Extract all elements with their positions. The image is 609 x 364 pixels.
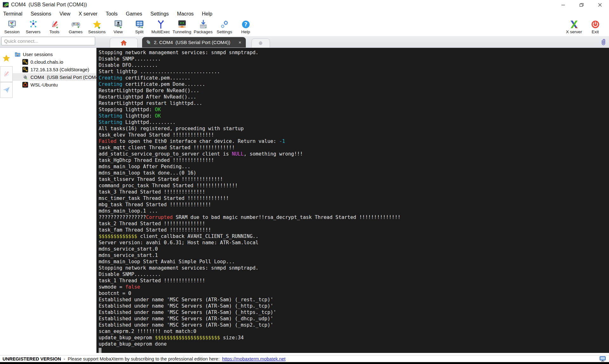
menu-settings[interactable]: Settings <box>150 11 169 17</box>
ssh-key-icon <box>22 59 28 65</box>
games-icon <box>71 20 81 29</box>
mobatek-link[interactable]: https://mobaxterm.mobatek.net <box>222 356 285 361</box>
toolbar-label: Exit <box>592 29 599 34</box>
menu-terminal[interactable]: Terminal <box>3 11 22 17</box>
tab-close-icon[interactable]: × <box>239 40 241 45</box>
terminal[interactable]: Stopping network management services: sn… <box>96 48 609 353</box>
bottom-strip <box>0 362 609 364</box>
view-button[interactable]: View <box>108 19 129 34</box>
session-item-com4[interactable]: COM4 (USB Serial Port (COM4)) <box>13 73 102 81</box>
close-button[interactable] <box>591 0 609 10</box>
menu-bar: Terminal Sessions View X server Tools Ga… <box>0 10 609 18</box>
serial-plug-icon <box>146 40 151 45</box>
title-bar: COM4 (USB Serial Port (COM4)) <box>0 0 609 10</box>
session-item-label: 172.16.13.53 (ColdStorage) <box>30 67 89 72</box>
toolbar: Session Servers <box>0 18 609 36</box>
menu-games[interactable]: Games <box>126 11 142 17</box>
session-item-label: COM4 (USB Serial Port (COM4)) <box>30 74 102 80</box>
shared-sessions-button[interactable] <box>0 82 13 98</box>
multiexec-button[interactable]: MultiExec <box>150 19 171 34</box>
sidebar-icon-strip <box>0 48 13 353</box>
help-icon: ? <box>241 20 251 29</box>
menu-macros[interactable]: Macros <box>177 11 193 17</box>
home-icon <box>121 40 127 46</box>
settings-button[interactable]: Settings <box>214 19 235 34</box>
toolbar-label: Tools <box>49 29 60 34</box>
new-tab-button[interactable]: ⊕ <box>252 38 270 48</box>
session-item-label: 0.cloud.chals.io <box>30 59 63 65</box>
sessions-star-icon <box>92 20 102 29</box>
quick-connect-input[interactable] <box>1 37 95 45</box>
multiexec-icon <box>156 20 166 29</box>
menu-sessions[interactable]: Sessions <box>30 11 51 17</box>
servers-icon <box>29 20 38 29</box>
settings-icon <box>220 20 229 29</box>
menu-xserver[interactable]: X server <box>79 11 98 17</box>
user-sessions-folder-icon <box>15 51 21 57</box>
serial-plug-icon <box>22 74 28 80</box>
ssh-key-icon <box>22 67 28 73</box>
macros-tools-button[interactable] <box>0 66 13 82</box>
sessions-sidebar: User sessions 0.cloud.chals.io <box>0 48 96 353</box>
new-tab-icon: ⊕ <box>259 40 263 46</box>
session-item-wsl-ubuntu[interactable]: WSL-Ubuntu <box>13 81 102 88</box>
attachments-paperclip-icon[interactable] <box>600 38 606 46</box>
sessions-button[interactable]: Sessions <box>86 19 108 34</box>
status-bar: UNREGISTERED VERSION - Please support Mo… <box>0 355 609 362</box>
ubuntu-icon <box>22 82 28 88</box>
tree-root-label: User sessions <box>23 52 53 57</box>
servers-button[interactable]: Servers <box>23 19 44 34</box>
exit-button[interactable]: Exit <box>585 19 606 34</box>
split-button[interactable]: Split <box>129 19 150 34</box>
tab-label: 2. COM4 (USB Serial Port (COM4)) <box>154 40 230 45</box>
tunneling-button[interactable]: Tunneling <box>171 19 193 34</box>
toolbar-label: Games <box>69 29 83 34</box>
session-item-cloud-chals[interactable]: 0.cloud.chals.io <box>13 58 102 66</box>
menu-tools[interactable]: Tools <box>106 11 117 17</box>
mobaxterm-window: COM4 (USB Serial Port (COM4)) Terminal S… <box>0 0 609 364</box>
mobaxterm-logo-icon <box>3 2 9 8</box>
terminal-output: Stopping network management services: sn… <box>99 49 609 353</box>
exit-icon <box>591 20 600 29</box>
toolbar-label: MultiExec <box>151 29 170 34</box>
tab-bar: 2. COM4 (USB Serial Port (COM4)) × ⊕ <box>0 36 609 48</box>
session-item-coldstorage[interactable]: 172.16.13.53 (ColdStorage) <box>13 66 102 73</box>
session-item-label: WSL-Ubuntu <box>30 82 58 87</box>
menu-view[interactable]: View <box>59 11 70 17</box>
status-display-icon[interactable] <box>599 356 606 362</box>
toolbar-label: Sessions <box>88 29 106 34</box>
home-tab[interactable] <box>110 38 138 48</box>
toolbar-label: Servers <box>26 29 41 34</box>
packages-button[interactable]: Packages <box>193 19 214 34</box>
tab-com4[interactable]: 2. COM4 (USB Serial Port (COM4)) × <box>142 37 246 48</box>
maximize-button[interactable] <box>572 0 591 10</box>
menu-help[interactable]: Help <box>202 11 213 17</box>
help-button[interactable]: ? Help <box>235 19 256 34</box>
window-title: COM4 (USB Serial Port (COM4)) <box>11 2 87 8</box>
restore-icon <box>580 3 584 7</box>
tools-button[interactable]: Tools <box>44 19 65 34</box>
xserver-icon <box>569 20 579 29</box>
session-button[interactable]: Session <box>1 19 23 34</box>
paper-plane-icon <box>2 86 10 94</box>
minimize-button[interactable] <box>554 0 572 10</box>
toolbar-label: Settings <box>217 29 232 34</box>
tree-root-user-sessions[interactable]: User sessions <box>13 50 102 58</box>
unregistered-version-label: UNREGISTERED VERSION <box>3 356 61 361</box>
session-icon <box>7 20 17 29</box>
status-message: - Please support MobaXterm by subscribin… <box>61 356 222 361</box>
toolbar-label: Tunneling <box>173 29 191 34</box>
games-button[interactable]: Games <box>65 19 86 34</box>
favorites-star-button[interactable] <box>0 50 13 66</box>
tools-icon <box>50 20 59 29</box>
minimize-icon <box>561 3 565 7</box>
svg-text:?: ? <box>244 21 247 28</box>
toolbar-label: Packages <box>194 29 213 34</box>
packages-icon <box>199 20 208 29</box>
toolbar-label: Session <box>4 29 19 34</box>
tunneling-icon <box>177 20 187 29</box>
xserver-button[interactable]: X server <box>563 19 585 34</box>
toolbar-label: X server <box>566 29 582 34</box>
sessions-tree: User sessions 0.cloud.chals.io <box>13 48 102 353</box>
swiss-knife-icon <box>2 70 10 78</box>
